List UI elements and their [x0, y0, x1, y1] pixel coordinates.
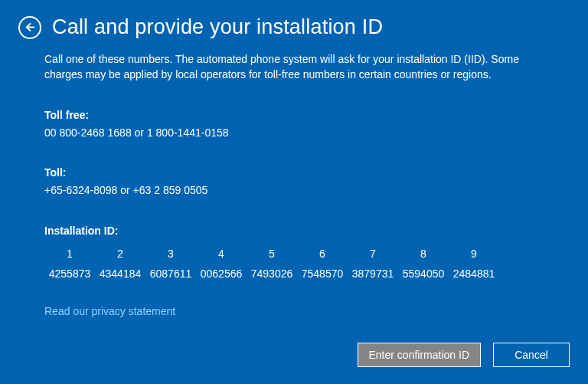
- iid-col: 6 7548570: [297, 246, 348, 282]
- installation-id-table: 1 4255873 2 4344184 3 6087611 4 0062566 …: [44, 246, 544, 282]
- cancel-button[interactable]: Cancel: [493, 343, 570, 367]
- iid-col-header: 8: [398, 246, 449, 261]
- iid-col-header: 4: [196, 246, 247, 261]
- iid-col-header: 1: [44, 246, 95, 261]
- toll-value: +65-6324-8098 or +63 2 859 0505: [44, 182, 544, 198]
- iid-col-header: 6: [297, 246, 348, 261]
- iid-col-value: 0062566: [196, 266, 247, 281]
- iid-col-value: 4255873: [44, 266, 95, 281]
- toll-free-value: 00 800-2468 1688 or 1 800-1441-0158: [44, 125, 544, 140]
- iid-col-header: 5: [247, 246, 297, 261]
- toll-free-label: Toll free:: [44, 107, 544, 123]
- toll-section: Toll: +65-6324-8098 or +63 2 859 0505: [44, 165, 544, 199]
- toll-free-section: Toll free: 00 800-2468 1688 or 1 800-144…: [44, 107, 544, 141]
- page-title: Call and provide your installation ID: [52, 15, 383, 39]
- iid-col: 2 4344184: [95, 246, 145, 282]
- iid-col-header: 2: [95, 246, 145, 261]
- iid-col: 1 4255873: [44, 246, 95, 282]
- iid-col-value: 6087611: [145, 266, 196, 281]
- iid-col-value: 7548570: [297, 266, 348, 281]
- privacy-link[interactable]: Read our privacy statement: [44, 304, 175, 319]
- content: Call one of these numbers. The automated…: [0, 39, 588, 319]
- installation-id-label: Installation ID:: [44, 223, 544, 238]
- iid-col-value: 3879731: [348, 266, 398, 281]
- iid-col: 9 2484881: [449, 246, 499, 282]
- iid-col-value: 5594050: [398, 266, 449, 281]
- header: Call and provide your installation ID: [0, 0, 588, 39]
- iid-col: 8 5594050: [398, 246, 449, 282]
- iid-col-value: 4344184: [95, 266, 145, 281]
- back-button[interactable]: [18, 16, 41, 39]
- iid-col: 5 7493026: [247, 246, 297, 282]
- iid-col-header: 7: [348, 246, 398, 261]
- enter-confirmation-id-button[interactable]: Enter confirmation ID: [358, 343, 482, 367]
- iid-col: 3 6087611: [145, 246, 196, 282]
- iid-col-value: 2484881: [449, 266, 499, 281]
- iid-col: 4 0062566: [196, 246, 247, 282]
- iid-col-value: 7493026: [247, 266, 297, 281]
- iid-col-header: 3: [145, 246, 196, 261]
- iid-col: 7 3879731: [348, 246, 398, 282]
- instructions-text: Call one of these numbers. The automated…: [44, 51, 534, 83]
- footer-buttons: Enter confirmation ID Cancel: [358, 343, 570, 367]
- iid-col-header: 9: [449, 246, 499, 261]
- arrow-left-icon: [24, 21, 36, 33]
- toll-label: Toll:: [44, 165, 544, 180]
